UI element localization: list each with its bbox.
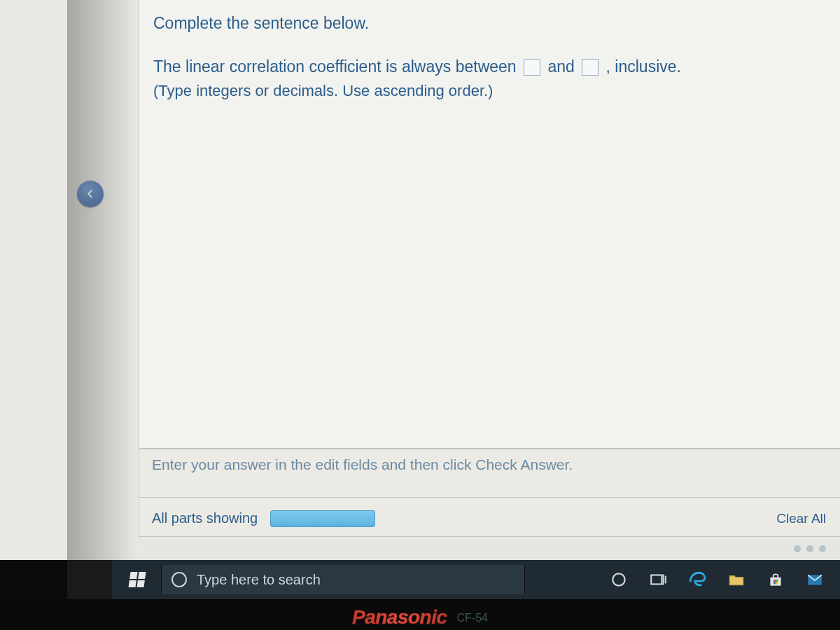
edge-icon — [688, 570, 706, 589]
device-model: CF-54 — [457, 612, 488, 624]
mail-button[interactable] — [797, 564, 833, 595]
monitor-bezel-bottom: Panasonic CF-54 — [0, 599, 840, 630]
app-window: Complete the sentence below. The linear … — [0, 0, 840, 560]
status-dot — [794, 545, 801, 552]
previous-question-button[interactable] — [77, 181, 104, 207]
mail-icon — [806, 570, 824, 589]
input-hint: (Type integers or decimals. Use ascendin… — [152, 82, 823, 100]
svg-rect-6 — [774, 582, 776, 584]
chevron-left-icon — [85, 189, 95, 199]
file-explorer-button[interactable] — [718, 564, 755, 595]
cortana-icon — [610, 570, 628, 589]
device-brand: Panasonic — [352, 606, 447, 629]
answer-controls-row: All parts showing Clear All — [139, 497, 840, 539]
similar-question-button[interactable] — [270, 510, 375, 527]
windows-taskbar: Type here to search — [112, 560, 840, 599]
svg-point-0 — [612, 573, 624, 585]
status-dot — [806, 545, 813, 552]
taskbar-search[interactable]: Type here to search — [161, 565, 525, 594]
footer-instruction: Enter your answer in the edit fields and… — [152, 456, 827, 473]
svg-rect-5 — [776, 580, 778, 582]
glare-overlay — [67, 0, 139, 560]
windows-logo-icon — [128, 572, 146, 587]
answer-input-1[interactable] — [524, 59, 540, 76]
question-title: Complete the sentence below. — [152, 11, 823, 33]
svg-rect-1 — [651, 575, 662, 584]
cortana-button[interactable] — [601, 564, 637, 595]
search-placeholder-text: Type here to search — [197, 572, 321, 588]
task-view-button[interactable] — [640, 564, 676, 595]
task-view-icon — [649, 570, 667, 589]
store-icon — [766, 570, 785, 589]
svg-rect-4 — [774, 580, 776, 582]
taskbar-icons — [601, 564, 833, 595]
sentence-segment-1: The linear correlation coefficient is al… — [153, 57, 521, 76]
parts-showing-label: All parts showing — [152, 510, 258, 526]
start-button[interactable] — [119, 564, 155, 595]
question-panel: Complete the sentence below. The linear … — [139, 0, 840, 448]
status-dot — [819, 545, 826, 552]
sentence-segment-3: , inclusive. — [606, 57, 681, 76]
clear-all-button[interactable]: Clear All — [776, 511, 827, 526]
svg-rect-7 — [776, 582, 778, 584]
answer-footer: Enter your answer in the edit fields and… — [139, 448, 840, 501]
question-sentence: The linear correlation coefficient is al… — [152, 52, 823, 80]
search-icon — [172, 572, 187, 587]
sentence-segment-2: and — [547, 57, 579, 76]
window-bottom-strip — [139, 536, 840, 560]
edge-button[interactable] — [679, 564, 715, 595]
folder-icon — [727, 570, 746, 589]
store-button[interactable] — [757, 564, 794, 595]
answer-input-2[interactable] — [582, 59, 598, 76]
